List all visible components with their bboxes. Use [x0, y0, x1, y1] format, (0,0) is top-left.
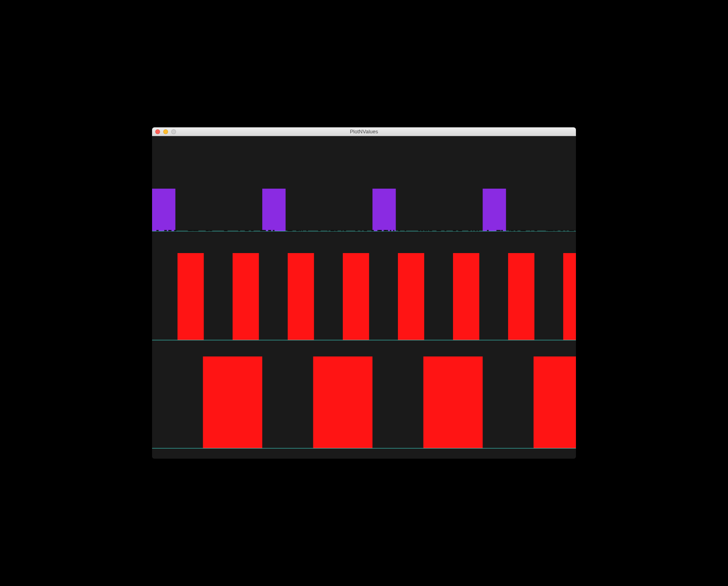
svg-rect-45 [418, 230, 420, 231]
bar [398, 253, 424, 340]
svg-rect-78 [360, 230, 362, 231]
bar [152, 189, 175, 231]
svg-rect-64 [534, 230, 537, 231]
svg-rect-31 [551, 230, 554, 231]
window-title: PlotNValues [152, 129, 576, 135]
svg-rect-91 [225, 230, 228, 231]
svg-rect-36 [437, 230, 440, 231]
bar [178, 253, 204, 340]
svg-rect-25 [209, 230, 212, 231]
svg-rect-44 [573, 230, 574, 231]
svg-rect-29 [500, 230, 501, 231]
svg-rect-94 [398, 230, 400, 231]
svg-rect-66 [501, 230, 503, 231]
svg-rect-62 [572, 230, 573, 231]
svg-rect-13 [251, 230, 253, 231]
svg-rect-54 [355, 230, 358, 231]
bar [423, 356, 483, 448]
svg-rect-100 [405, 230, 406, 231]
svg-rect-52 [190, 230, 193, 231]
svg-rect-98 [554, 230, 557, 231]
svg-rect-23 [429, 230, 432, 231]
svg-rect-4 [290, 230, 292, 231]
svg-rect-61 [424, 230, 426, 231]
svg-rect-71 [194, 230, 196, 231]
svg-rect-60 [421, 230, 423, 231]
svg-rect-92 [393, 230, 394, 231]
bar [534, 356, 576, 448]
svg-rect-86 [238, 230, 240, 231]
svg-rect-79 [497, 230, 500, 231]
svg-rect-69 [487, 230, 489, 231]
chart-panel-2 [152, 356, 576, 449]
bar [343, 253, 369, 340]
svg-rect-57 [475, 230, 477, 231]
svg-rect-8 [328, 230, 328, 231]
svg-rect-65 [206, 230, 208, 231]
svg-rect-58 [530, 230, 531, 231]
chart-panel-1 [152, 253, 576, 341]
chart-panel-0 [152, 178, 576, 232]
bar [483, 189, 506, 231]
app-window: PlotNValues [152, 127, 576, 459]
svg-rect-103 [299, 230, 301, 231]
svg-rect-28 [557, 230, 558, 231]
svg-rect-89 [174, 230, 176, 231]
minimize-icon[interactable] [163, 129, 168, 134]
close-icon[interactable] [155, 129, 160, 134]
svg-rect-43 [335, 230, 338, 231]
svg-rect-63 [169, 230, 172, 231]
window-titlebar[interactable]: PlotNValues [152, 127, 576, 136]
svg-rect-67 [384, 230, 386, 231]
svg-rect-93 [379, 230, 382, 231]
svg-rect-55 [548, 230, 550, 231]
svg-rect-97 [330, 230, 333, 231]
svg-rect-75 [522, 230, 525, 231]
bar [508, 253, 534, 340]
bar [372, 189, 396, 231]
svg-rect-88 [364, 230, 366, 231]
svg-rect-104 [459, 230, 462, 231]
svg-rect-34 [273, 230, 274, 231]
svg-rect-80 [296, 230, 299, 231]
svg-rect-16 [156, 230, 159, 231]
bar [563, 253, 576, 340]
svg-rect-38 [546, 230, 547, 231]
svg-rect-95 [569, 230, 572, 231]
svg-rect-19 [426, 230, 428, 231]
svg-rect-48 [263, 230, 266, 231]
svg-rect-99 [390, 230, 392, 231]
bar [203, 356, 262, 448]
bar [233, 253, 259, 340]
bar [313, 356, 373, 448]
svg-rect-101 [560, 230, 563, 231]
svg-rect-15 [268, 230, 271, 231]
svg-rect-37 [287, 230, 290, 231]
window-controls [152, 129, 176, 134]
bar [453, 253, 479, 340]
svg-rect-21 [468, 230, 470, 231]
svg-rect-68 [307, 230, 308, 231]
svg-rect-84 [341, 230, 342, 231]
svg-rect-76 [453, 230, 455, 231]
plot-area [152, 136, 576, 459]
maximize-icon[interactable] [171, 129, 176, 134]
svg-rect-87 [509, 230, 510, 231]
svg-rect-96 [511, 230, 514, 231]
svg-rect-74 [472, 230, 473, 231]
svg-rect-14 [164, 230, 167, 231]
svg-rect-40 [344, 230, 346, 231]
bar [262, 189, 285, 231]
bar [288, 253, 314, 340]
svg-rect-22 [566, 230, 567, 231]
svg-rect-102 [445, 230, 447, 231]
svg-rect-49 [196, 230, 199, 231]
svg-rect-77 [290, 230, 291, 231]
svg-rect-105 [318, 230, 320, 231]
svg-rect-11 [387, 230, 388, 231]
svg-rect-73 [515, 230, 518, 231]
svg-rect-1 [576, 230, 576, 231]
svg-rect-12 [302, 230, 303, 231]
svg-rect-90 [372, 230, 373, 231]
svg-rect-82 [245, 230, 247, 231]
